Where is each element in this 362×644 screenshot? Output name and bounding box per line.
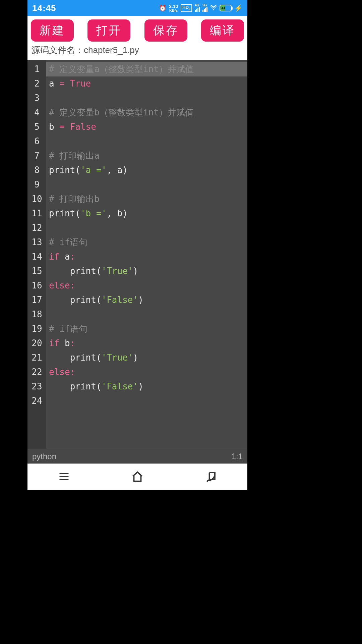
open-button[interactable]: 打开 (87, 19, 130, 42)
code-token (49, 381, 70, 391)
code-token: : (70, 252, 75, 262)
signal-1: 4G (195, 4, 200, 12)
code-token: ) (122, 165, 128, 175)
charging-icon: ⚡ (234, 4, 243, 12)
code-token: : (70, 280, 75, 290)
code-line[interactable] (46, 307, 247, 322)
code-token: print (70, 295, 96, 305)
editor-statusline: python 1:1 (27, 449, 247, 464)
code-line[interactable]: print('False') (46, 379, 247, 394)
code-line[interactable]: if b: (46, 336, 247, 351)
line-number: 6 (27, 134, 46, 149)
filename-prefix: 源码文件名： (32, 45, 84, 55)
code-line[interactable]: a = True (46, 76, 247, 91)
code-line[interactable]: else: (46, 365, 247, 379)
line-number: 17 (27, 293, 46, 307)
code-line[interactable]: print('b =', b) (46, 206, 247, 221)
code-line[interactable]: print('True') (46, 264, 247, 278)
line-number: 14 (27, 250, 46, 264)
line-number: 22 (27, 365, 46, 379)
code-token: # if语句 (49, 324, 87, 334)
button-row: 新建 打开 保存 编译 (31, 19, 244, 42)
code-line[interactable]: # if语句 (46, 322, 247, 336)
line-number: 19 (27, 322, 46, 336)
back-button[interactable] (203, 469, 218, 484)
code-token: # 定义变量b（整数类型int）并赋值 (49, 107, 194, 117)
code-token: print (70, 266, 96, 276)
code-token: if (49, 338, 59, 348)
save-button[interactable]: 保存 (144, 19, 187, 42)
line-number: 21 (27, 351, 46, 365)
code-token: if (49, 252, 59, 262)
wifi-icon (210, 4, 217, 12)
code-line[interactable] (46, 91, 247, 105)
code-line[interactable]: print('True') (46, 351, 247, 365)
code-line[interactable]: b = False (46, 120, 247, 134)
filename-row: 源码文件名：chapter5_1.py (31, 42, 244, 58)
compile-button[interactable]: 编译 (201, 19, 244, 42)
code-token: : (70, 338, 75, 348)
line-number: 10 (27, 192, 46, 206)
line-number: 7 (27, 149, 46, 163)
code-token: , (107, 208, 117, 218)
line-number: 24 (27, 394, 46, 408)
code-line[interactable] (46, 394, 247, 408)
code-token: else (49, 280, 70, 290)
recents-button[interactable] (57, 469, 71, 484)
svg-point-0 (213, 9, 214, 10)
code-token: a (59, 252, 70, 262)
code-line[interactable] (46, 177, 247, 192)
code-token: ( (96, 266, 102, 276)
new-button[interactable]: 新建 (31, 19, 74, 42)
status-icons: ⏰ 2.10KB/s HD2 4G 5G 33 ⚡ (159, 4, 243, 12)
line-number: 8 (27, 163, 46, 177)
code-token: 'b =' (80, 208, 107, 218)
code-token: ) (138, 381, 143, 391)
code-token (65, 122, 70, 132)
code-token: else (49, 367, 70, 377)
code-line[interactable]: # 打印输出a (46, 149, 247, 163)
code-token: # 打印输出b (49, 194, 100, 204)
code-line[interactable]: # 定义变量a（整数类型int）并赋值 (46, 62, 247, 76)
code-line[interactable]: # if语句 (46, 235, 247, 250)
status-bar: 14:45 ⏰ 2.10KB/s HD2 4G 5G 33 ⚡ (27, 0, 247, 16)
code-token: ) (138, 295, 143, 305)
code-area[interactable]: # 定义变量a（整数类型int）并赋值a = True# 定义变量b（整数类型i… (46, 60, 247, 449)
code-line[interactable] (46, 221, 247, 235)
code-token: print (70, 381, 96, 391)
line-number: 15 (27, 264, 46, 278)
code-token: a (49, 78, 59, 89)
line-number: 2 (27, 76, 46, 91)
line-number: 4 (27, 105, 46, 120)
code-editor[interactable]: 123456789101112131415161718192021222324 … (27, 60, 247, 449)
status-time: 14:45 (32, 3, 56, 13)
code-token: ( (96, 381, 102, 391)
alarm-icon: ⏰ (159, 4, 166, 12)
net-speed: 2.10KB/s (169, 4, 178, 12)
line-number: 12 (27, 221, 46, 235)
code-token: print (49, 165, 75, 175)
code-token: # 打印输出a (49, 151, 100, 161)
code-token: ) (133, 266, 138, 276)
code-line[interactable]: # 定义变量b（整数类型int）并赋值 (46, 105, 247, 120)
code-line[interactable]: else: (46, 278, 247, 293)
code-line[interactable]: if a: (46, 250, 247, 264)
line-number: 9 (27, 177, 46, 192)
code-token: : (70, 367, 75, 377)
code-token: , (107, 165, 117, 175)
code-token: b (117, 208, 123, 218)
code-token: # 定义变量a（整数类型int）并赋值 (49, 64, 194, 74)
code-line[interactable]: print('a =', a) (46, 163, 247, 177)
code-line[interactable]: # 打印输出b (46, 192, 247, 206)
toolbar: 新建 打开 保存 编译 源码文件名：chapter5_1.py (27, 16, 247, 60)
signal-2: 5G (202, 4, 207, 12)
code-token: 'True' (102, 266, 133, 276)
code-token: a (117, 165, 123, 175)
code-token: ( (75, 208, 80, 218)
code-token: False (70, 122, 96, 132)
code-line[interactable]: print('False') (46, 293, 247, 307)
code-token: = (59, 122, 65, 132)
home-button[interactable] (130, 469, 145, 484)
line-number: 18 (27, 307, 46, 322)
code-line[interactable] (46, 134, 247, 149)
